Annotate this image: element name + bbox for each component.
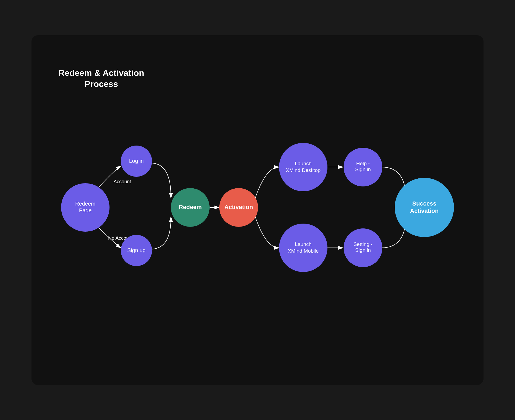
redeem-label: Redeem	[179, 204, 202, 210]
help-signin-label1: Help -	[356, 161, 370, 166]
arrow-activation-mobile	[255, 216, 279, 248]
activation-label: Activation	[224, 204, 253, 210]
launch-desktop-label2: XMind Desktop	[286, 167, 321, 173]
arrow-redeem-to-login	[97, 166, 121, 189]
redeem-page-label2: Page	[79, 207, 92, 213]
launch-mobile-label2: XMind Mobile	[288, 248, 319, 254]
setting-signin-label2: Sign in	[355, 247, 371, 253]
arrow-help-success	[382, 167, 405, 191]
launch-desktop-node[interactable]	[279, 143, 327, 191]
help-signin-label2: Sign in	[355, 167, 371, 172]
arrow-login-to-redeem	[152, 163, 171, 198]
launch-mobile-node[interactable]	[279, 224, 327, 272]
launch-mobile-label1: Launch	[295, 241, 312, 247]
setting-signin-label1: Setting -	[354, 241, 373, 247]
success-label1: Success	[412, 200, 436, 207]
account-label: Account	[114, 179, 131, 184]
redeem-page-label: Redeem	[75, 201, 96, 207]
arrow-setting-success	[382, 224, 405, 248]
diagram-card: Redeem & Activation Process Account No A…	[31, 35, 484, 385]
success-label2: Activation	[410, 207, 439, 214]
flow-diagram: Account No Account Redeem Page Log in Si…	[31, 35, 484, 385]
arrow-activation-desktop	[255, 167, 279, 199]
launch-desktop-label1: Launch	[295, 161, 312, 166]
signup-label: Sign up	[127, 247, 146, 253]
arrow-signup-to-redeem	[152, 217, 171, 249]
login-label: Log in	[129, 158, 144, 164]
